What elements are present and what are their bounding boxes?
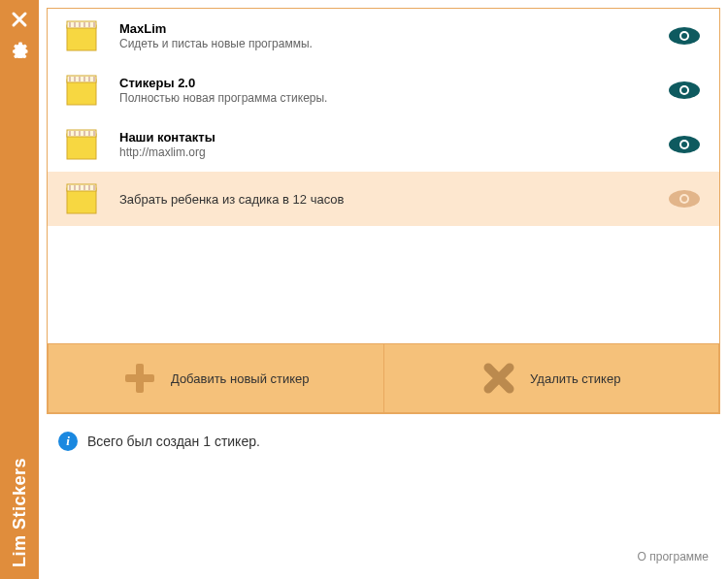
note-icon [65, 74, 98, 107]
svg-point-21 [681, 87, 687, 93]
svg-rect-34 [67, 184, 96, 191]
add-sticker-label: Добавить новый стикер [171, 371, 310, 386]
main: MaxLim Сидеть и пистаь новые программы. [39, 0, 728, 579]
note-icon [65, 19, 98, 52]
svg-rect-23 [67, 130, 96, 137]
sticker-list: MaxLim Сидеть и пистаь новые программы. [48, 9, 719, 343]
button-bar: Добавить новый стикер Удалить стикер [48, 343, 719, 413]
list-item-title: Забрать ребенка из садика в 12 часов [119, 192, 655, 207]
status-row: i Всего был создан 1 стикер. [47, 414, 720, 459]
gear-icon [10, 39, 29, 58]
add-sticker-button[interactable]: Добавить новый стикер [48, 343, 383, 413]
eye-icon[interactable] [667, 79, 702, 102]
list-item[interactable]: Стикеры 2.0 Полностью новая программа ст… [48, 63, 719, 117]
list-item[interactable]: MaxLim Сидеть и пистаь новые программы. [48, 9, 719, 63]
close-button[interactable] [6, 6, 33, 33]
list-item-subtitle: http://maxlim.org [119, 145, 655, 159]
list-item[interactable]: Забрать ребенка из садика в 12 часов [48, 172, 719, 226]
svg-rect-11 [67, 80, 96, 105]
svg-rect-0 [67, 25, 96, 50]
list-item-text: MaxLim Сидеть и пистаь новые программы. [119, 21, 655, 50]
sticker-panel: MaxLim Сидеть и пистаь новые программы. [47, 8, 720, 414]
list-item-title: MaxLim [119, 21, 655, 36]
settings-button[interactable] [6, 35, 33, 62]
list-item-text: Забрать ребенка из садика в 12 часов [119, 192, 655, 207]
eye-icon[interactable] [667, 24, 702, 48]
close-icon [11, 11, 28, 28]
eye-icon[interactable] [667, 133, 702, 156]
list-item-title: Стикеры 2.0 [119, 76, 655, 90]
svg-point-43 [681, 196, 687, 202]
note-icon [65, 128, 98, 161]
list-item-subtitle: Сидеть и пистаь новые программы. [119, 37, 655, 50]
delete-sticker-label: Удалить стикер [530, 371, 620, 386]
footer: О программе [47, 549, 720, 571]
plus-icon [122, 361, 157, 396]
info-icon: i [58, 432, 78, 451]
status-text: Всего был создан 1 стикер. [87, 434, 260, 449]
sidebar: Lim Stickers [0, 0, 39, 579]
svg-point-10 [681, 33, 687, 39]
list-item-text: Стикеры 2.0 Полностью новая программа ст… [119, 76, 655, 105]
list-item-subtitle: Полностью новая программа стикеры. [119, 91, 655, 105]
list-item-text: Наши контакты http://maxlim.org [119, 130, 655, 159]
svg-rect-45 [125, 374, 154, 382]
about-link[interactable]: О программе [638, 550, 709, 563]
svg-point-32 [681, 142, 687, 147]
x-icon [481, 361, 516, 396]
svg-rect-33 [67, 188, 96, 213]
list-item-title: Наши контакты [119, 130, 655, 145]
note-icon [65, 182, 98, 215]
eye-icon[interactable] [667, 187, 702, 210]
delete-sticker-button[interactable]: Удалить стикер [383, 343, 720, 413]
svg-rect-22 [67, 134, 96, 159]
svg-rect-12 [67, 76, 96, 82]
app-title: Lim Stickers [10, 458, 30, 567]
svg-rect-1 [67, 21, 96, 28]
list-item[interactable]: Наши контакты http://maxlim.org [48, 117, 719, 172]
